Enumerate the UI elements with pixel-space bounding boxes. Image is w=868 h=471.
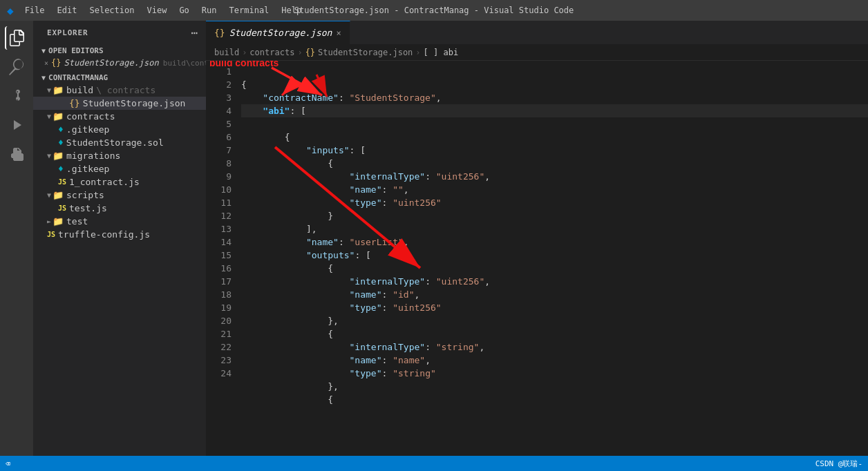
breadcrumb-sep-2: › (297, 48, 302, 57)
open-editors-section[interactable]: ▼ OPEN EDITORS (33, 42, 206, 57)
breadcrumb-contracts[interactable]: contracts (249, 48, 294, 57)
activity-bar (0, 21, 33, 456)
source-control-activity-icon[interactable] (5, 84, 28, 108)
breadcrumb-build[interactable]: build (214, 48, 239, 57)
code-editor: 12345 678910 1112131415 1617181920 21222… (206, 61, 868, 456)
vscode-icon: ◆ (7, 4, 14, 17)
line-numbers: 12345 678910 1112131415 1617181920 21222… (206, 61, 237, 456)
project-section[interactable]: ▼ CONTRACTMANAG (33, 69, 206, 84)
breadcrumb-filename[interactable]: StudentStorage.json (318, 48, 413, 57)
truffle-config-label: truffle-config.js (58, 229, 150, 240)
menu-file[interactable]: File (19, 4, 50, 17)
scripts-folder-icon: 📁 (53, 190, 64, 200)
migrations-folder-label: migrations (66, 151, 120, 161)
close-editor-icon[interactable]: × (44, 59, 48, 67)
status-right: CSDN @联瑞- (815, 459, 862, 469)
scripts-folder[interactable]: ▼ 📁 scripts (33, 189, 206, 202)
project-name-label: CONTRACTMANAG (48, 73, 108, 82)
menu-view[interactable]: View (141, 4, 172, 17)
git-branch-icon: ⌫ (6, 459, 10, 468)
search-activity-icon[interactable] (5, 55, 28, 79)
gitkeep-contracts-label: .gitkeep (66, 124, 110, 135)
js-icon-2: JS (58, 204, 66, 212)
contract-js-file[interactable]: JS 1_contract.js (33, 175, 206, 189)
gem-icon-1: ♦ (58, 124, 64, 135)
tabs-bar: {} StudentStorage.json × (206, 21, 868, 45)
test-js-file[interactable]: JS test.js (33, 202, 206, 215)
title-bar-menu: File Edit Selection View Go Run Terminal… (19, 4, 308, 17)
breadcrumb-abi[interactable]: [ ] abi (424, 48, 459, 57)
js-icon-3: JS (47, 231, 55, 238)
sidebar: EXPLORER ⋯ ▼ OPEN EDITORS × {} StudentSt… (33, 21, 206, 456)
student-storage-tab[interactable]: {} StudentStorage.json × (206, 21, 350, 44)
gitkeep-contracts-file[interactable]: ♦ .gitkeep (33, 123, 206, 136)
title-bar: ◆ File Edit Selection View Go Run Termin… (0, 0, 868, 21)
json-file-braces-icon: {} (69, 98, 80, 108)
breadcrumb: build › contracts › {} StudentStorage.js… (206, 45, 868, 61)
main-layout: EXPLORER ⋯ ▼ OPEN EDITORS × {} StudentSt… (0, 21, 868, 456)
contract-js-label: 1_contract.js (69, 177, 140, 187)
tab-close-button[interactable]: × (336, 28, 341, 38)
tab-json-icon: {} (214, 28, 225, 38)
explorer-activity-icon[interactable] (5, 26, 28, 50)
menu-edit[interactable]: Edit (52, 4, 83, 17)
breadcrumb-file-icon: {} (305, 48, 315, 57)
build-path-label: \ contracts (96, 85, 155, 95)
build-folder[interactable]: ▼ 📁 build \ contracts (33, 84, 206, 97)
gem-icon-2: ♦ (58, 164, 64, 174)
open-editor-filename: StudentStorage.json (64, 58, 158, 68)
explorer-more-button[interactable]: ⋯ (191, 26, 198, 39)
open-editors-label: OPEN EDITORS (48, 46, 103, 55)
contracts-folder[interactable]: ▼ 📁 contracts (33, 110, 206, 123)
extensions-activity-icon[interactable] (5, 142, 28, 166)
menu-terminal[interactable]: Terminal (224, 4, 275, 17)
window-title: StudentStorage.json - ContractManag - Vi… (294, 6, 574, 15)
scripts-chevron: ▼ (47, 191, 51, 199)
menu-go[interactable]: Go (173, 4, 194, 17)
gitkeep-migrations-label: .gitkeep (66, 164, 110, 174)
gitkeep-migrations-file[interactable]: ♦ .gitkeep (33, 162, 206, 175)
open-editor-item[interactable]: × {} StudentStorage.json build\contracts (33, 57, 206, 69)
migrations-folder-icon: 📁 (53, 151, 64, 161)
build-chevron: ▼ (47, 86, 51, 94)
test-folder-icon: 📁 (53, 216, 64, 227)
status-bar: ⌫ CSDN @联瑞- (0, 456, 868, 471)
test-folder[interactable]: ► 📁 test (33, 215, 206, 228)
sol-icon: ♦ (58, 137, 64, 148)
open-editor-path: build\contracts (163, 59, 206, 68)
migrations-chevron: ▼ (47, 152, 51, 160)
breadcrumb-sep-1: › (242, 48, 247, 57)
sidebar-header: EXPLORER ⋯ (33, 21, 206, 42)
test-chevron: ► (47, 218, 51, 225)
student-storage-json-label: StudentStorage.json (83, 98, 186, 108)
js-icon-1: JS (58, 178, 66, 186)
student-storage-sol-label: StudentStorage.sol (66, 137, 164, 148)
student-storage-json-file[interactable]: {} StudentStorage.json (33, 97, 206, 110)
contracts-folder-label: contracts (66, 111, 115, 122)
menu-selection[interactable]: Selection (84, 4, 140, 17)
code-content[interactable]: { "contractName": "StudentStorage", "abi… (237, 61, 868, 456)
migrations-folder[interactable]: ▼ 📁 migrations (33, 149, 206, 162)
test-js-label: test.js (69, 203, 107, 213)
scripts-folder-label: scripts (66, 190, 104, 200)
truffle-config-file[interactable]: JS truffle-config.js (33, 228, 206, 241)
contracts-chevron: ▼ (47, 113, 51, 120)
sidebar-content: ▼ OPEN EDITORS × {} StudentStorage.json … (33, 42, 206, 456)
menu-run[interactable]: Run (196, 4, 223, 17)
breadcrumb-sep-3: › (415, 48, 420, 57)
build-folder-icon: 📁 (53, 85, 64, 95)
test-folder-label: test (66, 216, 88, 227)
student-storage-sol-file[interactable]: ♦ StudentStorage.sol (33, 136, 206, 149)
explorer-title: EXPLORER (47, 28, 88, 37)
title-bar-left: ◆ File Edit Selection View Go Run Termin… (7, 4, 307, 17)
project-chevron: ▼ (41, 74, 46, 81)
json-file-icon: {} (51, 58, 61, 68)
status-left: ⌫ (6, 459, 10, 468)
contracts-folder-icon: 📁 (53, 111, 64, 122)
tab-filename: StudentStorage.json (229, 28, 332, 38)
editor-area: {} StudentStorage.json × build › contrac… (206, 21, 868, 456)
build-folder-label: build (66, 85, 93, 95)
open-editors-chevron: ▼ (41, 47, 46, 55)
run-activity-icon[interactable] (5, 113, 28, 137)
